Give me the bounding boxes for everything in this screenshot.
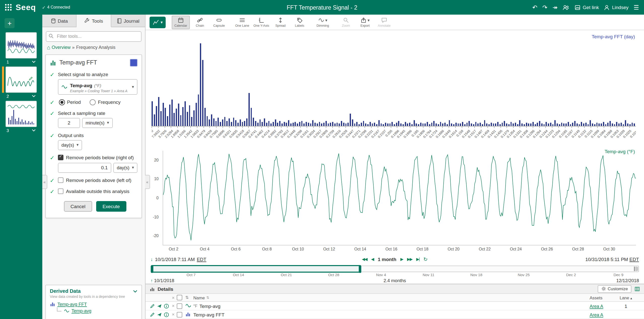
selection-right-handle[interactable] [359, 265, 362, 273]
remove-below-option[interactable]: Remove periods below (right of) [58, 154, 137, 160]
one-y-axis-button[interactable]: One Y-Axis [252, 15, 270, 29]
investigate-duration[interactable]: 2.4 months [383, 278, 406, 283]
asset-link[interactable]: Area A [590, 304, 603, 309]
fast-backward-button[interactable]: ◀◀ [362, 257, 367, 261]
home-icon[interactable]: ⌂ [47, 45, 50, 50]
step-forward-button[interactable]: ▶ [400, 257, 403, 261]
edit-icon[interactable] [149, 312, 155, 317]
hamburger-menu-icon[interactable]: ☰ [633, 4, 639, 10]
color-swatch[interactable] [130, 59, 137, 66]
name-sort-icon[interactable]: ⇅ [206, 296, 209, 300]
calendar-button[interactable]: Calendar [172, 15, 190, 29]
tab-journal[interactable]: Journal [111, 15, 145, 27]
asset-link[interactable]: Area A [590, 312, 603, 317]
investigate-start[interactable]: 10/1/2018 [154, 278, 174, 283]
frequency-radio[interactable] [90, 99, 96, 105]
display-range-start[interactable]: 10/1/2018 7:11 AM [155, 256, 195, 262]
frequency-radio-option[interactable]: Frequency [90, 99, 121, 105]
sampling-rate-input[interactable] [58, 118, 80, 128]
chevron-down-icon[interactable] [32, 60, 36, 63]
name-header[interactable]: Name [193, 295, 205, 300]
get-link-button[interactable]: Get link [575, 4, 599, 10]
select-all-checkbox[interactable] [177, 295, 182, 300]
timeline-right-handle[interactable] [634, 267, 638, 271]
breadcrumb-overview[interactable]: Overview [52, 45, 70, 50]
remove-above-option[interactable]: Remove periods above (left of) [58, 177, 137, 183]
remove-below-input[interactable] [58, 163, 111, 173]
step-backward-button[interactable]: ◀ [371, 257, 374, 261]
remove-item-icon[interactable]: × [170, 312, 177, 317]
edit-icon[interactable] [149, 303, 155, 309]
labels-button[interactable]: Labels [291, 15, 309, 29]
worksheet-thumbnail-2[interactable] [6, 67, 37, 93]
info-icon[interactable] [163, 312, 169, 317]
timeline-track[interactable] [151, 266, 639, 272]
cancel-button[interactable]: Cancel [64, 201, 92, 211]
view-mode-button[interactable]: ▾ [150, 16, 166, 28]
connection-status[interactable]: ✓ 4 Connected [42, 5, 70, 10]
range-start-arrow-icon[interactable]: ↓ [151, 256, 153, 262]
available-outside-checkbox[interactable] [58, 188, 63, 194]
tab-data[interactable]: Data [42, 15, 77, 27]
export-button[interactable]: ▾ Export [356, 15, 374, 29]
output-unit-select[interactable]: day(s) ▾ [58, 140, 82, 150]
assets-header[interactable]: Assets [590, 295, 618, 300]
redo-icon[interactable]: ↷ [542, 4, 547, 10]
add-column-icon[interactable] [634, 286, 640, 292]
signal-select[interactable]: Temp-avg (°F) Example » Cooling Tower 1 … [58, 79, 137, 94]
fast-forward-button[interactable]: ▶▶ [407, 257, 412, 261]
remove-above-checkbox[interactable] [58, 177, 63, 183]
remove-below-checkbox[interactable] [58, 154, 63, 160]
execute-button[interactable]: Execute [96, 201, 126, 211]
refresh-button[interactable]: ↻ [423, 256, 428, 262]
sampling-unit-select[interactable]: minute(s) ▾ [82, 118, 113, 128]
fft-legend[interactable]: Temp-avg FFT (day) [592, 34, 635, 39]
details-table-row[interactable]: ×°FTemp-avgArea A1 [146, 302, 644, 310]
selection-left-handle[interactable] [151, 265, 153, 273]
timeline-selection[interactable] [151, 265, 361, 273]
info-icon[interactable] [163, 303, 169, 309]
explore-icon[interactable] [156, 312, 162, 317]
derived-item-link[interactable]: Temp-avg [71, 308, 91, 313]
spread-button[interactable]: Spread [271, 15, 290, 29]
lane-header[interactable]: Lane [620, 295, 629, 300]
available-outside-option[interactable]: Available outside this analysis [58, 188, 137, 194]
fft-chart-lane[interactable]: Temp-avg FFT (day) [146, 30, 644, 126]
period-radio-option[interactable]: Period [59, 99, 81, 105]
reorder-icon[interactable]: ⇅ [185, 295, 193, 300]
one-lane-button[interactable]: One Lane [233, 15, 251, 29]
add-worksheet-button[interactable]: + [5, 18, 15, 28]
row-checkbox[interactable] [177, 312, 182, 317]
row-checkbox[interactable] [177, 303, 182, 309]
display-range-end[interactable]: 10/31/2018 5:11 PM [585, 256, 628, 262]
display-range-start-tz[interactable]: EDT [197, 256, 206, 262]
tab-tools[interactable]: Tools [77, 15, 111, 27]
chevron-down-icon[interactable] [133, 290, 137, 293]
users-icon[interactable] [563, 4, 570, 10]
remove-item-icon[interactable]: × [170, 303, 177, 308]
details-table-row[interactable]: ×Temp-avg FFTArea A [146, 310, 644, 319]
capsule-button[interactable]: Capsule [210, 15, 228, 29]
range-duration-button[interactable]: 1 month [378, 256, 396, 262]
chevron-down-icon[interactable] [32, 129, 36, 132]
chain-button[interactable]: Chain [191, 15, 209, 29]
display-range-end-tz[interactable]: EDT [629, 256, 639, 262]
dimming-button[interactable]: ▾ Dimming [314, 15, 332, 29]
collapse-tools-handle[interactable]: « [145, 175, 150, 189]
seeq-logo[interactable]: Seeq [16, 3, 36, 12]
undo-icon[interactable]: ↶ [532, 4, 537, 10]
apps-grid-icon[interactable] [5, 4, 12, 11]
chevron-down-icon[interactable] [32, 95, 36, 97]
explore-icon[interactable] [156, 303, 162, 309]
skip-to-end-button[interactable]: ▶| [416, 257, 419, 261]
signal-chart-lane[interactable]: Temp-avg (°F) 20100-10-20 Oct 2Oct 4Oct … [146, 146, 644, 254]
investigate-end[interactable]: 12/12/2018 [616, 278, 639, 283]
user-menu[interactable]: Lindsey [604, 4, 629, 10]
period-radio[interactable] [59, 99, 65, 105]
collapse-worksheets-handle[interactable]: « [42, 175, 47, 189]
filter-tools-input[interactable] [46, 31, 141, 42]
worksheet-thumbnail-1[interactable] [6, 32, 37, 58]
remove-below-unit-select[interactable]: day(s) ▾ [113, 163, 137, 173]
remove-all-icon[interactable]: × [170, 295, 177, 300]
worksheet-thumbnail-3[interactable] [6, 101, 37, 127]
